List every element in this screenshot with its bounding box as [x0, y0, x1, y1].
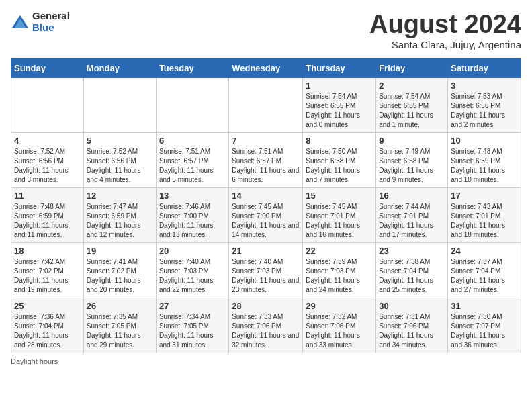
calendar-day-cell: 12Sunrise: 7:47 AM Sunset: 6:59 PM Dayli…	[83, 187, 156, 242]
calendar-day-cell: 13Sunrise: 7:46 AM Sunset: 7:00 PM Dayli…	[156, 187, 228, 242]
calendar-day-cell: 2Sunrise: 7:54 AM Sunset: 6:55 PM Daylig…	[376, 77, 448, 132]
calendar-day-cell: 28Sunrise: 7:33 AM Sunset: 7:06 PM Dayli…	[229, 298, 303, 353]
day-info: Sunrise: 7:52 AM Sunset: 6:56 PM Dayligh…	[87, 147, 153, 185]
calendar-day-cell: 24Sunrise: 7:37 AM Sunset: 7:04 PM Dayli…	[448, 242, 521, 298]
weekday-header: Sunday	[11, 58, 84, 77]
day-info: Sunrise: 7:50 AM Sunset: 6:58 PM Dayligh…	[306, 147, 373, 185]
weekday-header: Thursday	[303, 58, 376, 77]
day-number: 17	[451, 191, 518, 201]
calendar-day-cell: 31Sunrise: 7:30 AM Sunset: 7:07 PM Dayli…	[448, 298, 521, 353]
day-number: 14	[232, 191, 300, 201]
day-number: 9	[379, 136, 445, 146]
day-info: Sunrise: 7:53 AM Sunset: 6:56 PM Dayligh…	[451, 92, 518, 130]
calendar-week-row: 11Sunrise: 7:48 AM Sunset: 6:59 PM Dayli…	[11, 187, 521, 242]
day-info: Sunrise: 7:54 AM Sunset: 6:55 PM Dayligh…	[379, 92, 445, 130]
day-number: 20	[159, 246, 226, 256]
day-info: Sunrise: 7:49 AM Sunset: 6:58 PM Dayligh…	[379, 147, 445, 185]
day-number: 10	[451, 136, 518, 146]
day-info: Sunrise: 7:32 AM Sunset: 7:06 PM Dayligh…	[306, 312, 373, 350]
calendar-day-cell: 7Sunrise: 7:51 AM Sunset: 6:57 PM Daylig…	[229, 132, 303, 187]
day-number: 2	[379, 81, 445, 91]
day-number: 28	[232, 301, 300, 311]
day-info: Sunrise: 7:36 AM Sunset: 7:04 PM Dayligh…	[14, 312, 81, 350]
calendar-day-cell: 15Sunrise: 7:45 AM Sunset: 7:01 PM Dayli…	[303, 187, 376, 242]
calendar-day-cell: 8Sunrise: 7:50 AM Sunset: 6:58 PM Daylig…	[303, 132, 376, 187]
calendar-day-cell: 19Sunrise: 7:41 AM Sunset: 7:02 PM Dayli…	[83, 242, 156, 298]
day-number: 6	[159, 136, 226, 146]
day-info: Sunrise: 7:48 AM Sunset: 6:59 PM Dayligh…	[451, 147, 518, 185]
calendar-day-cell: 21Sunrise: 7:40 AM Sunset: 7:03 PM Dayli…	[229, 242, 303, 298]
location-subtitle: Santa Clara, Jujuy, Argentina	[369, 39, 521, 50]
day-info: Sunrise: 7:45 AM Sunset: 7:00 PM Dayligh…	[232, 202, 300, 240]
day-number: 19	[87, 246, 153, 256]
day-info: Sunrise: 7:43 AM Sunset: 7:01 PM Dayligh…	[451, 202, 518, 240]
day-info: Sunrise: 7:46 AM Sunset: 7:00 PM Dayligh…	[159, 202, 226, 240]
day-info: Sunrise: 7:52 AM Sunset: 6:56 PM Dayligh…	[14, 147, 81, 185]
calendar-day-cell	[83, 77, 156, 132]
calendar-day-cell: 20Sunrise: 7:40 AM Sunset: 7:03 PM Dayli…	[156, 242, 228, 298]
weekday-header: Tuesday	[156, 58, 228, 77]
day-info: Sunrise: 7:34 AM Sunset: 7:05 PM Dayligh…	[159, 312, 226, 350]
day-number: 27	[159, 301, 226, 311]
day-number: 4	[14, 136, 81, 146]
logo-text: General Blue	[32, 11, 70, 33]
calendar-day-cell: 1Sunrise: 7:54 AM Sunset: 6:55 PM Daylig…	[303, 77, 376, 132]
footer-note: Daylight hours	[11, 357, 521, 365]
day-number: 24	[451, 246, 518, 256]
logo: General Blue	[11, 11, 70, 33]
calendar-day-cell: 17Sunrise: 7:43 AM Sunset: 7:01 PM Dayli…	[448, 187, 521, 242]
calendar-header-row: SundayMondayTuesdayWednesdayThursdayFrid…	[11, 58, 521, 77]
day-number: 18	[14, 246, 81, 256]
day-number: 22	[306, 246, 373, 256]
day-number: 7	[232, 136, 300, 146]
calendar-day-cell: 26Sunrise: 7:35 AM Sunset: 7:05 PM Dayli…	[83, 298, 156, 353]
month-year-title: August 2024	[369, 11, 521, 39]
day-info: Sunrise: 7:54 AM Sunset: 6:55 PM Dayligh…	[306, 92, 373, 130]
day-info: Sunrise: 7:33 AM Sunset: 7:06 PM Dayligh…	[232, 312, 300, 350]
day-number: 13	[159, 191, 226, 201]
day-info: Sunrise: 7:42 AM Sunset: 7:02 PM Dayligh…	[14, 257, 81, 295]
day-number: 1	[306, 81, 373, 91]
day-number: 21	[232, 246, 300, 256]
calendar-day-cell	[156, 77, 228, 132]
weekday-header: Saturday	[448, 58, 521, 77]
calendar-day-cell: 25Sunrise: 7:36 AM Sunset: 7:04 PM Dayli…	[11, 298, 84, 353]
day-number: 5	[87, 136, 153, 146]
day-number: 8	[306, 136, 373, 146]
day-info: Sunrise: 7:51 AM Sunset: 6:57 PM Dayligh…	[159, 147, 226, 185]
day-number: 31	[451, 301, 518, 311]
calendar-day-cell: 22Sunrise: 7:39 AM Sunset: 7:03 PM Dayli…	[303, 242, 376, 298]
day-info: Sunrise: 7:41 AM Sunset: 7:02 PM Dayligh…	[87, 257, 153, 295]
day-info: Sunrise: 7:51 AM Sunset: 6:57 PM Dayligh…	[232, 147, 300, 185]
calendar-day-cell: 29Sunrise: 7:32 AM Sunset: 7:06 PM Dayli…	[303, 298, 376, 353]
calendar-day-cell: 30Sunrise: 7:31 AM Sunset: 7:06 PM Dayli…	[376, 298, 448, 353]
day-number: 23	[379, 246, 445, 256]
title-section: August 2024 Santa Clara, Jujuy, Argentin…	[369, 11, 521, 50]
calendar-week-row: 4Sunrise: 7:52 AM Sunset: 6:56 PM Daylig…	[11, 132, 521, 187]
day-info: Sunrise: 7:40 AM Sunset: 7:03 PM Dayligh…	[159, 257, 226, 295]
calendar-day-cell	[11, 77, 84, 132]
calendar-day-cell: 11Sunrise: 7:48 AM Sunset: 6:59 PM Dayli…	[11, 187, 84, 242]
weekday-header: Monday	[83, 58, 156, 77]
calendar-day-cell: 14Sunrise: 7:45 AM Sunset: 7:00 PM Dayli…	[229, 187, 303, 242]
day-info: Sunrise: 7:38 AM Sunset: 7:04 PM Dayligh…	[379, 257, 445, 295]
logo-general: General	[32, 11, 70, 22]
day-number: 16	[379, 191, 445, 201]
day-info: Sunrise: 7:45 AM Sunset: 7:01 PM Dayligh…	[306, 202, 373, 240]
calendar-day-cell: 16Sunrise: 7:44 AM Sunset: 7:01 PM Dayli…	[376, 187, 448, 242]
day-info: Sunrise: 7:44 AM Sunset: 7:01 PM Dayligh…	[379, 202, 445, 240]
calendar-day-cell: 4Sunrise: 7:52 AM Sunset: 6:56 PM Daylig…	[11, 132, 84, 187]
calendar-day-cell: 6Sunrise: 7:51 AM Sunset: 6:57 PM Daylig…	[156, 132, 228, 187]
calendar-week-row: 1Sunrise: 7:54 AM Sunset: 6:55 PM Daylig…	[11, 77, 521, 132]
daylight-hours-label: Daylight hours	[11, 357, 58, 365]
day-info: Sunrise: 7:47 AM Sunset: 6:59 PM Dayligh…	[87, 202, 153, 240]
weekday-header: Friday	[376, 58, 448, 77]
day-number: 12	[87, 191, 153, 201]
day-info: Sunrise: 7:48 AM Sunset: 6:59 PM Dayligh…	[14, 202, 81, 240]
weekday-header: Wednesday	[229, 58, 303, 77]
logo-blue: Blue	[32, 22, 70, 34]
day-info: Sunrise: 7:35 AM Sunset: 7:05 PM Dayligh…	[87, 312, 153, 350]
day-info: Sunrise: 7:31 AM Sunset: 7:06 PM Dayligh…	[379, 312, 445, 350]
calendar-week-row: 18Sunrise: 7:42 AM Sunset: 7:02 PM Dayli…	[11, 242, 521, 298]
day-info: Sunrise: 7:40 AM Sunset: 7:03 PM Dayligh…	[232, 257, 300, 295]
